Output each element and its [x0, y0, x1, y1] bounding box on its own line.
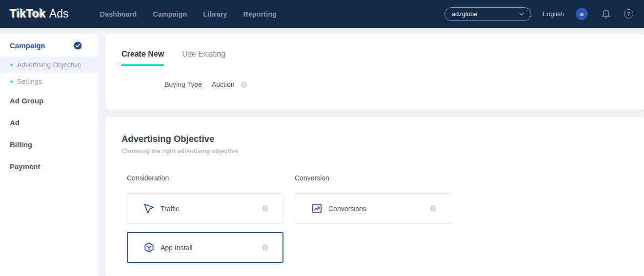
campaign-tabs: Create New Use Existing	[121, 50, 644, 66]
option-label: App Install	[161, 244, 192, 252]
page-title: Advertising Objective	[121, 134, 644, 144]
option-label: Conversions	[328, 205, 366, 213]
objective-option-traffic[interactable]: Traffic ?	[127, 193, 283, 224]
campaign-type-card: Create New Use Existing Buying Type Auct…	[105, 34, 644, 110]
logo-secondary: Ads	[49, 7, 69, 20]
sidebar-campaign-label: Campaign	[10, 41, 45, 50]
column-label: Conversion	[295, 174, 451, 182]
help-glyph: ?	[624, 9, 633, 19]
nav-campaign[interactable]: Campaign	[153, 10, 187, 18]
notifications-bell-icon[interactable]	[601, 9, 611, 19]
sidebar-item-settings[interactable]: Settings	[0, 73, 98, 90]
page-subtitle: Choosing the right advertising objective	[121, 148, 644, 155]
traffic-help-icon[interactable]: ?	[262, 205, 268, 212]
sidebar-item-billing[interactable]: Billing	[0, 134, 98, 156]
buying-type-help-icon[interactable]: ?	[241, 81, 247, 88]
conversions-help-icon[interactable]: ?	[430, 205, 436, 212]
sidebar-item-ad[interactable]: Ad	[0, 112, 98, 134]
sidebar-item-advertising-objective[interactable]: Advertising Objective	[0, 57, 98, 73]
primary-nav: Dashboard Campaign Library Reporting	[100, 10, 276, 18]
main-content: Create New Use Existing Buying Type Auct…	[105, 34, 644, 276]
buying-type-label: Buying Type	[164, 80, 202, 88]
check-circle-icon	[74, 41, 82, 50]
cube-icon	[143, 242, 155, 253]
option-label: Traffic	[161, 205, 179, 213]
objective-grid: Consideration Traffic ? App Install ?	[127, 174, 644, 263]
bullet-icon	[10, 64, 13, 66]
navbar-right: adzglobe English a ?	[444, 7, 633, 21]
tab-use-existing[interactable]: Use Existing	[182, 50, 225, 66]
buying-type-row: Buying Type Auction ?	[164, 80, 644, 88]
sidebar: Campaign Advertising Objective Settings …	[0, 34, 98, 276]
sidebar-item-ad-group[interactable]: Ad Group	[0, 90, 98, 112]
avatar[interactable]: a	[576, 8, 588, 20]
bullet-icon	[10, 80, 13, 83]
buying-type-value: Auction	[212, 80, 235, 88]
sidebar-sub-label: Settings	[17, 78, 42, 85]
objective-option-conversions[interactable]: Conversions ?	[295, 193, 451, 224]
objective-option-app-install[interactable]: App Install ?	[127, 232, 283, 263]
top-navbar: TikTok Ads Dashboard Campaign Library Re…	[0, 0, 644, 28]
send-arrow-icon	[143, 203, 155, 214]
nav-library[interactable]: Library	[203, 10, 227, 18]
account-select[interactable]: adzglobe	[444, 7, 531, 21]
tiktok-ads-logo[interactable]: TikTok Ads	[10, 7, 68, 20]
help-icon[interactable]: ?	[624, 9, 633, 19]
column-consideration: Consideration Traffic ? App Install ?	[127, 174, 283, 263]
column-label: Consideration	[127, 174, 283, 182]
logo-primary: TikTok	[10, 7, 46, 20]
sidebar-sub-label: Advertising Objective	[17, 61, 81, 69]
trend-chart-icon	[311, 203, 322, 214]
account-select-value: adzglobe	[452, 10, 478, 18]
column-conversion: Conversion Conversions ?	[295, 174, 451, 263]
language-selector[interactable]: English	[543, 10, 564, 18]
advertising-objective-card: Advertising Objective Choosing the right…	[105, 117, 644, 276]
nav-dashboard[interactable]: Dashboard	[100, 10, 137, 18]
app-install-help-icon[interactable]: ?	[262, 244, 268, 251]
sidebar-item-payment[interactable]: Payment	[0, 156, 98, 177]
chevron-down-icon	[519, 13, 524, 16]
nav-reporting[interactable]: Reporting	[243, 10, 276, 18]
tab-create-new[interactable]: Create New	[121, 50, 164, 66]
sidebar-item-campaign[interactable]: Campaign	[0, 34, 98, 57]
